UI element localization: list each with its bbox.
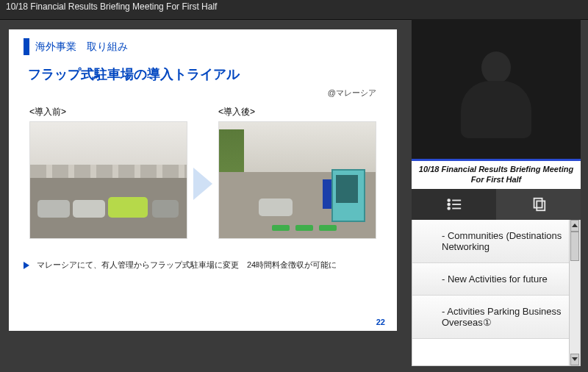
list-item[interactable]: - Communities (Destinations Networking — [412, 220, 580, 263]
arrow-icon — [193, 168, 212, 200]
list-icon — [446, 196, 462, 212]
outline-list: - Communities (Destinations Networking -… — [412, 220, 581, 366]
tab-outline[interactable] — [412, 189, 496, 220]
bullet-icon — [24, 262, 29, 269]
before-panel: <導入前> — [29, 106, 187, 239]
after-photo — [218, 121, 376, 239]
window-title: 10/18 Financial Results Briefing Meeting… — [0, 0, 588, 20]
note-row: マレーシアにて、有人管理からフラップ式駐車場に変更 24時間料金徴収が可能に — [19, 260, 387, 271]
slide-title: フラップ式駐車場の導入トライアル — [28, 65, 387, 83]
copy-icon — [531, 196, 547, 212]
tab-notes[interactable] — [496, 189, 581, 220]
svg-point-2 — [448, 203, 450, 205]
page-number: 22 — [376, 318, 385, 326]
scroll-up-button[interactable] — [570, 220, 579, 232]
after-panel: <導入後> — [218, 106, 376, 239]
slide: 海外事業 取り組み フラップ式駐車場の導入トライアル @マレーシア <導入前> … — [9, 29, 397, 331]
right-column: 10/18 Financial Results Briefing Meeting… — [412, 19, 581, 372]
section-tab: 海外事業 取り組み — [24, 38, 134, 55]
compare-row: <導入前> <導入後> — [19, 106, 387, 239]
svg-point-0 — [448, 199, 450, 201]
scroll-down-button[interactable] — [570, 354, 579, 365]
slide-location: @マレーシア — [19, 87, 376, 99]
before-photo — [29, 121, 187, 239]
slide-note: マレーシアにて、有人管理からフラップ式駐車場に変更 24時間料金徴収が可能に — [37, 260, 337, 271]
video-pane[interactable] — [412, 19, 581, 161]
speaker-silhouette — [452, 51, 540, 140]
svg-rect-7 — [537, 201, 545, 210]
after-label: <導入後> — [218, 106, 376, 118]
scrollbar[interactable] — [569, 220, 580, 365]
svg-point-4 — [448, 207, 450, 210]
tab-bar — [412, 189, 581, 220]
slide-area: 海外事業 取り組み フラップ式駐車場の導入トライアル @マレーシア <導入前> … — [9, 29, 397, 331]
list-item[interactable]: - New Activities for future — [412, 263, 580, 296]
scroll-thumb[interactable] — [570, 232, 579, 261]
section-label: 海外事業 取り組み — [35, 40, 128, 52]
before-label: <導入前> — [29, 106, 187, 118]
app-root: 10/18 Financial Results Briefing Meeting… — [0, 0, 588, 372]
svg-rect-6 — [534, 198, 542, 207]
list-item[interactable]: - Activities Parking Business Overseas① — [412, 296, 580, 339]
video-caption: 10/18 Financial Results Briefing Meeting… — [412, 161, 581, 189]
